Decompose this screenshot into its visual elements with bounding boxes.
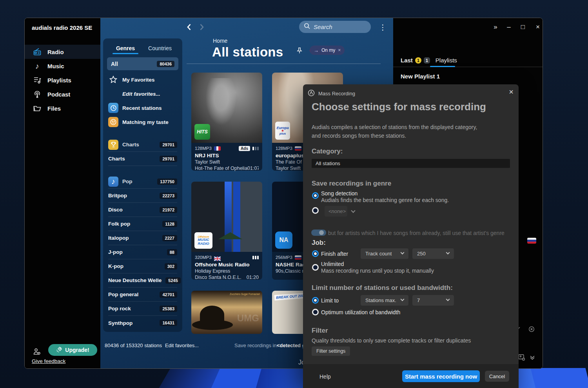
bitrate-label: 256MP3 (276, 255, 292, 260)
station-card-partial-1[interactable]: Zucchero Sugar Fornaciari UMG (191, 291, 262, 334)
count-badge: 5245 (165, 277, 180, 284)
edit-favorites-link[interactable]: Edit favorites... (108, 87, 177, 101)
mass-recording-dialog: Mass Recording × Choose settings for mas… (303, 84, 519, 388)
station-card-offshore[interactable]: Offshore MUSIC RADIO 320MP3 Of (191, 182, 262, 280)
station-artist: Holiday Express (195, 268, 259, 274)
unlimited-radio[interactable] (312, 264, 319, 271)
filter-description: Quality thresholds to only save complete… (312, 337, 471, 344)
count-badge: 137750 (157, 179, 177, 185)
sidebar-item-files[interactable]: Files (25, 101, 100, 115)
genre-item-all[interactable]: All 80436 (107, 57, 178, 70)
close-window-icon[interactable]: × (533, 23, 543, 31)
finish-mode-dropdown[interactable]: Track count (361, 248, 408, 259)
genre-item-britpop[interactable]: Britpop 22273 (108, 189, 177, 203)
limit-to-radio[interactable] (312, 297, 319, 304)
station-name: NRJ HITS (195, 153, 259, 158)
chevron-down-icon (446, 251, 450, 255)
category-input[interactable] (312, 159, 510, 168)
song-detection-radio[interactable] (312, 192, 319, 199)
flag-russia-icon[interactable] (527, 238, 536, 244)
chip-label: On my (321, 47, 335, 53)
double-chevron-down-icon[interactable] (529, 354, 535, 362)
optimum-bandwidth-radio[interactable] (312, 309, 319, 315)
genre-item-disco[interactable]: Disco 21972 (108, 203, 177, 217)
filter-section-heading: Filter (312, 327, 328, 335)
genre-item-my-favorites[interactable]: My Favorites (108, 73, 177, 87)
cancel-button[interactable]: Cancel (485, 371, 509, 382)
chevron-down-icon[interactable] (351, 208, 355, 213)
stations-max-dropdown[interactable]: 7 (412, 295, 454, 306)
genre-item-charts[interactable]: Charts 29701 (108, 152, 177, 166)
count-badge: 25383 (160, 306, 177, 312)
start-mass-recording-button[interactable]: Start mass recording now (402, 370, 480, 382)
count-badge: 302 (165, 263, 177, 270)
chip-close-icon[interactable]: × (338, 47, 341, 53)
genre-group-charts[interactable]: Charts 29701 (108, 138, 177, 152)
sidebar-item-playlists[interactable]: Playlists (25, 73, 100, 87)
fixed-genre-radio[interactable] (312, 207, 319, 214)
flag-russia-icon (295, 255, 301, 260)
genre-item-j-pop[interactable]: J-pop 88 (108, 245, 177, 259)
station-artist: Taylor Swift (195, 159, 259, 165)
sidebar-item-label: Radio (47, 49, 64, 55)
track-count-dropdown[interactable]: 250 (412, 248, 454, 259)
genre-item-synthpop[interactable]: Synthpop 16431 (108, 316, 177, 330)
maximize-icon[interactable]: □ (518, 23, 528, 31)
forward-arrow-icon[interactable] (197, 23, 206, 31)
station-cover-image: HITS (191, 73, 262, 143)
tab-last[interactable]: Last (401, 57, 413, 64)
finish-after-radio[interactable] (312, 250, 319, 257)
sidebar-item-music[interactable]: ♪ Music (25, 59, 100, 73)
artist-genre-toggle[interactable] (311, 230, 326, 236)
minimize-icon[interactable]: – (504, 23, 514, 31)
pin-icon[interactable] (296, 47, 303, 56)
upgrade-button[interactable]: Upgrade! (48, 344, 97, 356)
genre-item-recent-stations[interactable]: Recent stations (108, 101, 177, 115)
genre-item-pop-rock[interactable]: Pop rock 25383 (108, 302, 177, 316)
genre-item-matching-my-taste[interactable]: Matching my taste (108, 115, 177, 129)
back-arrow-icon[interactable] (185, 23, 194, 31)
genre-item-italopop[interactable]: Italopop 2227 (108, 231, 177, 245)
limit-mode-dropdown[interactable]: Stations max. (361, 295, 408, 306)
station-logo: HITS (194, 124, 210, 140)
app-title: audials radio 2026 SE (32, 24, 92, 31)
station-card-nrj-hits[interactable]: HITS 128MP3 Ads NRJ HITS Taylor Swift Ho… (191, 73, 262, 171)
expand-panel-icon[interactable]: » (490, 23, 501, 31)
filter-chip-on-my[interactable]: → On my × (310, 46, 345, 55)
genre-group-pop[interactable]: ♪ Pop 137750 (108, 175, 177, 189)
tab-countries[interactable]: Countries (143, 42, 177, 54)
sidebar-item-radio[interactable]: Radio (25, 45, 100, 59)
search-bar[interactable] (299, 21, 371, 33)
count-badge: 29701 (160, 156, 177, 162)
sidebar-item-podcast[interactable]: Podcast (25, 87, 100, 101)
search-input[interactable] (314, 24, 361, 30)
genre-item-k-pop[interactable]: K-pop 302 (108, 259, 177, 273)
breadcrumb[interactable]: Home (213, 38, 227, 44)
tab-genres[interactable]: Genres (108, 42, 143, 54)
user-settings-icon[interactable] (33, 347, 41, 357)
remove-circle-icon[interactable] (528, 326, 535, 334)
playlist-item[interactable]: New Playlist 1 (401, 73, 440, 80)
genre-item-neue-deutsche-welle[interactable]: Neue Deutsche Welle 5245 (108, 273, 177, 288)
edit-favorites-link[interactable]: Edit favorites... (165, 342, 199, 348)
give-feedback-link[interactable]: Give feedback (32, 358, 65, 364)
sidebar-footer: Upgrade! Give feedback (25, 341, 100, 368)
bitrate-label: 128MP3 (276, 146, 292, 151)
close-dialog-icon[interactable]: × (509, 87, 514, 97)
genre-select-disabled[interactable]: <none> (325, 206, 347, 217)
genre-item-folk-pop[interactable]: Folk pop 1128 (108, 217, 177, 231)
overflow-menu-icon[interactable]: ⋮ (379, 23, 387, 32)
sidebar-item-label: Files (47, 105, 61, 112)
sidebar-item-label: Playlists (47, 77, 71, 84)
sidebar-item-label: Podcast (47, 91, 70, 98)
tab-playlists[interactable]: Playlists (436, 57, 457, 64)
export-tracks-icon[interactable] (518, 353, 525, 362)
filter-settings-button[interactable]: Filter settings (312, 346, 350, 356)
page-title: All stations (212, 45, 283, 60)
genre-item-pop-general[interactable]: Pop general 42701 (108, 288, 177, 302)
category-label: Category: (312, 148, 343, 155)
help-link[interactable]: Help (319, 373, 331, 380)
search-icon (304, 23, 310, 31)
dialog-title-small: Mass Recording (318, 91, 355, 97)
count-badge: 21972 (160, 207, 177, 213)
